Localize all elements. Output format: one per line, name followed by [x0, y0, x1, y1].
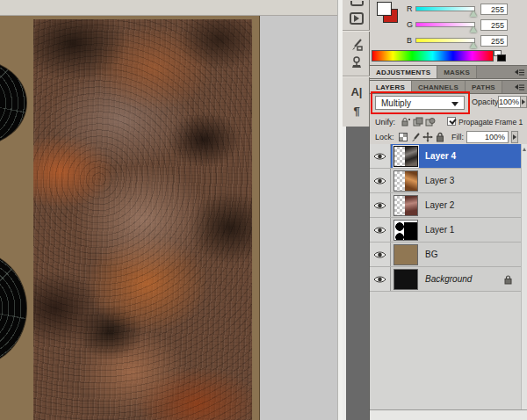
empty-dock-area — [343, 127, 370, 420]
red-channel-row: R 255 — [407, 3, 508, 15]
fill-value[interactable]: 100% — [466, 131, 509, 143]
opacity-label: Opacity: — [472, 98, 501, 106]
green-slider-thumb[interactable] — [470, 26, 477, 33]
red-channel-slider[interactable] — [415, 6, 475, 11]
lock-pixels-icon[interactable] — [409, 131, 421, 142]
blue-channel-slider[interactable] — [415, 38, 475, 43]
layer-row-background[interactable]: Background — [370, 267, 521, 292]
eye-icon[interactable] — [373, 201, 386, 210]
lock-position-icon[interactable] — [422, 131, 433, 142]
layer-row-layer3[interactable]: Layer 3 — [370, 169, 521, 193]
visibility-toggle[interactable] — [370, 193, 391, 217]
clone-source-icon[interactable] — [349, 54, 365, 70]
blue-channel-row: B 255 — [407, 34, 508, 47]
opacity-slider-button[interactable] — [520, 96, 527, 108]
tab-adjustments[interactable]: ADJUSTMENTS — [370, 66, 437, 78]
grunge-texture-layer — [33, 19, 252, 420]
wireframe-circle-top — [0, 60, 26, 146]
layer-thumbnail[interactable] — [393, 269, 418, 290]
layers-list: Layer 4 Layer 3 Layer 2 — [370, 144, 521, 292]
green-channel-value[interactable]: 255 — [480, 19, 508, 31]
layer-name[interactable]: BG — [425, 250, 437, 259]
document-top-bar — [0, 0, 337, 16]
color-spectrum-ramp[interactable] — [372, 50, 494, 62]
unify-position-icon[interactable] — [400, 116, 411, 127]
document-area[interactable] — [0, 0, 337, 420]
layer-name[interactable]: Background — [425, 274, 472, 284]
layer-lock-icon — [504, 275, 512, 285]
fill-slider-button[interactable] — [511, 131, 518, 143]
layer-row-layer2[interactable]: Layer 2 — [370, 193, 521, 218]
layer-row-layer4[interactable]: Layer 4 — [370, 144, 521, 169]
green-channel-slider[interactable] — [415, 22, 475, 27]
tool-presets-icon[interactable] — [349, 37, 365, 53]
layer-name[interactable]: Layer 4 — [425, 151, 456, 161]
blue-channel-value[interactable]: 255 — [480, 35, 508, 47]
scrollbar[interactable] — [521, 144, 527, 409]
panel-menu-icon[interactable] — [515, 69, 524, 76]
layer-thumbnail[interactable] — [393, 220, 418, 241]
layer-name[interactable]: Layer 1 — [425, 225, 454, 235]
layer-thumbnail[interactable] — [393, 195, 418, 216]
paragraph-panel-icon[interactable]: ¶ — [349, 103, 365, 119]
layer-name[interactable]: Layer 3 — [425, 176, 454, 185]
tab-masks[interactable]: MASKS — [437, 66, 477, 78]
wireframe-circle-bottom — [0, 250, 26, 366]
visibility-toggle[interactable] — [370, 169, 391, 192]
layer-row-layer1[interactable]: Layer 1 — [370, 218, 521, 243]
propagate-label: Propagate Frame 1 — [458, 118, 523, 127]
eye-icon[interactable] — [373, 152, 386, 161]
blue-slider-thumb[interactable] — [470, 42, 477, 48]
layer-thumbnail[interactable] — [393, 244, 418, 265]
canvas[interactable] — [0, 16, 260, 420]
actions-panel-icon[interactable] — [349, 11, 365, 25]
lock-all-icon[interactable] — [434, 131, 445, 142]
red-channel-value[interactable]: 255 — [480, 4, 508, 15]
cropped-panel-icon[interactable] — [349, 0, 365, 7]
panel-bottom-edge — [370, 409, 527, 420]
unify-visibility-icon[interactable] — [412, 116, 423, 127]
foreground-color-swatch[interactable] — [377, 2, 392, 16]
green-channel-row: G 255 — [407, 18, 508, 31]
eye-icon[interactable] — [373, 226, 386, 235]
tab-paths[interactable]: PATHS — [466, 81, 502, 93]
layer-name[interactable]: Layer 2 — [425, 200, 454, 210]
annotation-red-box — [371, 91, 470, 114]
visibility-toggle[interactable] — [370, 267, 391, 291]
opacity-value[interactable]: 100% — [498, 96, 521, 108]
visibility-toggle[interactable] — [370, 144, 391, 168]
scroll-up-arrow-icon[interactable] — [523, 148, 526, 151]
layer-row-bg[interactable]: BG — [370, 243, 521, 267]
unify-style-icon[interactable] — [424, 116, 436, 127]
propagate-checkbox[interactable] — [447, 117, 456, 126]
panel-icon-dock: A| ¶ — [343, 0, 370, 127]
layers-panel-empty-area — [370, 292, 521, 409]
red-channel-label: R — [407, 4, 415, 13]
photoshop-window: A| ¶ R 255 G 255 B 255 ADJUSTMENTS MASKS — [0, 0, 527, 420]
character-panel-icon[interactable]: A| — [349, 83, 365, 99]
ramp-black-swatch[interactable] — [497, 54, 506, 62]
visibility-toggle[interactable] — [370, 243, 391, 266]
eye-icon[interactable] — [373, 177, 386, 185]
unify-label: Unify: — [375, 118, 395, 127]
lock-transparency-icon[interactable] — [397, 131, 408, 142]
lock-label: Lock: — [375, 133, 394, 141]
blue-channel-label: B — [407, 36, 415, 45]
green-channel-label: G — [407, 20, 415, 29]
layer-thumbnail[interactable] — [393, 170, 418, 192]
fill-label: Fill: — [451, 133, 464, 141]
eye-icon[interactable] — [373, 275, 386, 284]
adjustments-tabbar: ADJUSTMENTS MASKS — [370, 65, 527, 79]
right-panel-stack: R 255 G 255 B 255 ADJUSTMENTS MASKS LAYE… — [370, 0, 527, 420]
visibility-toggle[interactable] — [370, 218, 391, 242]
layer-thumbnail[interactable] — [393, 146, 418, 167]
panel-menu-icon-layers[interactable] — [515, 83, 524, 91]
eye-icon[interactable] — [373, 250, 386, 259]
red-slider-thumb[interactable] — [470, 11, 477, 17]
